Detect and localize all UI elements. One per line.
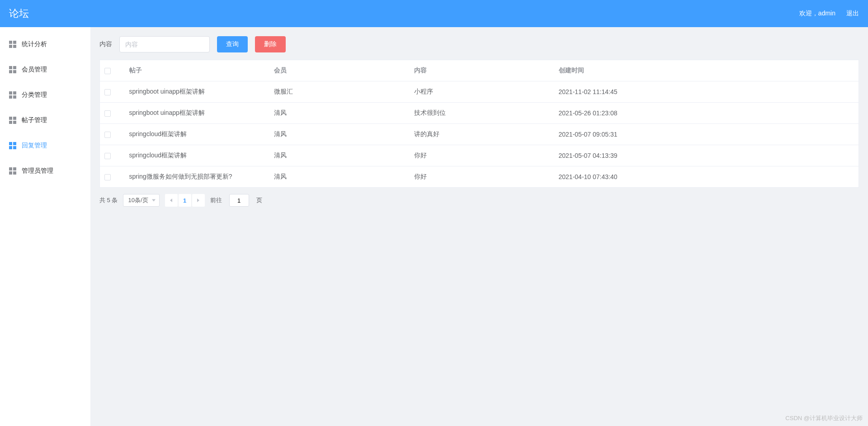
cell-post: springboot uinapp框架讲解 (125, 81, 269, 103)
sidebar-item-label: 管理员管理 (22, 167, 53, 175)
total-text: 共 5 条 (99, 196, 118, 204)
svg-rect-1 (13, 41, 16, 44)
col-header-member: 会员 (269, 60, 410, 81)
svg-rect-20 (9, 167, 12, 170)
grid-icon (9, 167, 16, 175)
cell-member: 清风 (269, 166, 410, 188)
svg-rect-18 (9, 146, 12, 149)
svg-rect-7 (13, 70, 16, 73)
table-row: springboot uinapp框架讲解微服汇小程序2021-11-02 11… (100, 81, 859, 103)
header: 论坛 欢迎，admin 退出 (0, 0, 868, 27)
cell-member: 清风 (269, 124, 410, 145)
sidebar-item-posts[interactable]: 帖子管理 (0, 108, 90, 133)
svg-rect-3 (13, 45, 16, 48)
sidebar: 统计分析 会员管理 分类管理 帖子管理 回复管理 (0, 27, 90, 426)
cell-created: 2021-05-07 04:13:39 (554, 145, 859, 166)
svg-rect-14 (9, 121, 12, 124)
cell-content: 讲的真好 (410, 124, 554, 145)
grid-icon (9, 117, 16, 124)
goto-page-input[interactable] (229, 194, 249, 207)
row-checkbox[interactable] (104, 174, 111, 180)
row-checkbox[interactable] (104, 110, 111, 117)
cell-content: 技术很到位 (410, 103, 554, 124)
col-header-content: 内容 (410, 60, 554, 81)
sidebar-item-label: 分类管理 (22, 91, 47, 99)
table-row: springcloud框架讲解清风讲的真好2021-05-07 09:05:31 (100, 124, 859, 145)
cell-created: 2021-05-07 09:05:31 (554, 124, 859, 145)
cell-member: 微服汇 (269, 81, 410, 103)
content-input[interactable] (119, 36, 210, 52)
goto-prefix: 前往 (210, 196, 222, 204)
grid-icon (9, 142, 16, 149)
app-title: 论坛 (9, 7, 29, 20)
pagination: 共 5 条 10条/页 1 前往 页 (99, 194, 859, 207)
sidebar-item-label: 统计分析 (22, 40, 47, 48)
content-label: 内容 (99, 40, 112, 48)
cell-post: springcloud框架讲解 (125, 124, 269, 145)
cell-created: 2021-05-26 01:23:08 (554, 103, 859, 124)
search-button[interactable]: 查询 (217, 36, 248, 52)
svg-rect-13 (13, 117, 16, 120)
cell-created: 2021-11-02 11:14:45 (554, 81, 859, 103)
cell-post: spring微服务如何做到无损部署更新? (125, 166, 269, 188)
welcome-text: 欢迎，admin (799, 9, 835, 18)
cell-content: 你好 (410, 145, 554, 166)
page-size-label: 10条/页 (128, 196, 148, 204)
sidebar-item-admins[interactable]: 管理员管理 (0, 158, 90, 184)
svg-rect-22 (9, 171, 12, 175)
svg-rect-8 (9, 91, 12, 95)
goto-suffix: 页 (256, 196, 262, 204)
row-checkbox[interactable] (104, 153, 111, 159)
col-header-created: 创建时间 (554, 60, 859, 81)
svg-rect-17 (13, 142, 16, 145)
table-row: springcloud框架讲解清风你好2021-05-07 04:13:39 (100, 145, 859, 166)
svg-rect-5 (13, 66, 16, 69)
cell-created: 2021-04-10 07:43:40 (554, 166, 859, 188)
svg-rect-10 (9, 95, 12, 99)
svg-rect-12 (9, 117, 12, 120)
cell-member: 清风 (269, 103, 410, 124)
sidebar-item-label: 帖子管理 (22, 116, 47, 124)
cell-content: 你好 (410, 166, 554, 188)
svg-rect-9 (13, 91, 16, 95)
select-all-checkbox[interactable] (104, 68, 111, 74)
sidebar-item-replies[interactable]: 回复管理 (0, 133, 90, 158)
page-1-button[interactable]: 1 (179, 194, 191, 207)
svg-rect-2 (9, 45, 12, 48)
cell-content: 小程序 (410, 81, 554, 103)
cell-post: springboot uinapp框架讲解 (125, 103, 269, 124)
svg-rect-0 (9, 41, 12, 44)
chevron-right-icon (197, 199, 199, 202)
table-row: springboot uinapp框架讲解清风技术很到位2021-05-26 0… (100, 103, 859, 124)
cell-member: 清风 (269, 145, 410, 166)
row-checkbox[interactable] (104, 132, 111, 138)
grid-icon (9, 91, 16, 99)
grid-icon (9, 66, 16, 73)
svg-rect-19 (13, 146, 16, 149)
page-size-select[interactable]: 10条/页 (123, 194, 159, 207)
row-checkbox[interactable] (104, 89, 111, 95)
svg-rect-4 (9, 66, 12, 69)
svg-rect-16 (9, 142, 12, 145)
grid-icon (9, 41, 16, 48)
sidebar-item-categories[interactable]: 分类管理 (0, 82, 90, 108)
sidebar-item-statistics[interactable]: 统计分析 (0, 32, 90, 57)
svg-rect-23 (13, 171, 16, 175)
sidebar-item-members[interactable]: 会员管理 (0, 57, 90, 82)
sidebar-item-label: 回复管理 (22, 142, 47, 150)
header-right: 欢迎，admin 退出 (799, 9, 859, 18)
toolbar: 内容 查询 删除 (99, 36, 859, 52)
cell-post: springcloud框架讲解 (125, 145, 269, 166)
logout-link[interactable]: 退出 (846, 9, 859, 18)
next-page-button[interactable] (192, 194, 205, 207)
svg-rect-21 (13, 167, 16, 170)
prev-page-button[interactable] (165, 194, 178, 207)
main-content: 内容 查询 删除 帖子 会员 内容 创建时间 springboot uinapp… (90, 27, 868, 426)
svg-rect-15 (13, 121, 16, 124)
reply-table: 帖子 会员 内容 创建时间 springboot uinapp框架讲解微服汇小程… (99, 60, 859, 188)
pager: 1 (165, 194, 205, 207)
sidebar-item-label: 会员管理 (22, 66, 47, 74)
table-row: spring微服务如何做到无损部署更新?清风你好2021-04-10 07:43… (100, 166, 859, 188)
svg-rect-11 (13, 95, 16, 99)
delete-button[interactable]: 删除 (255, 36, 286, 52)
